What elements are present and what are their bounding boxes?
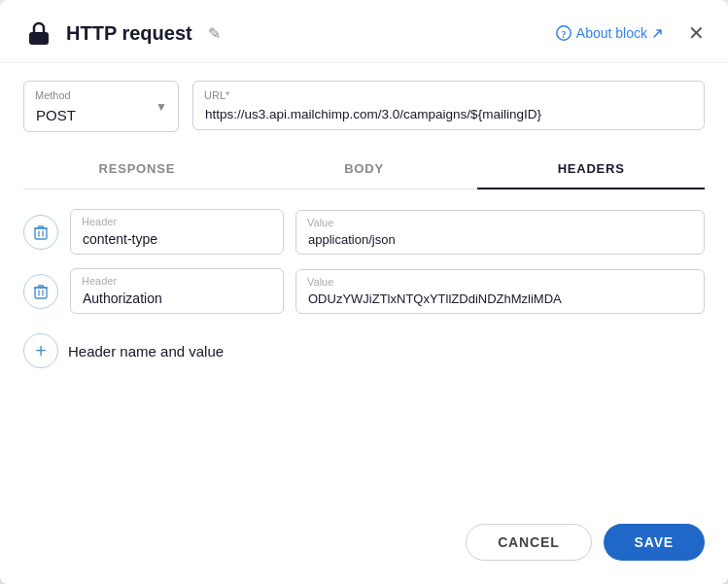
- url-input[interactable]: [192, 81, 705, 130]
- add-header-row[interactable]: + Header name and value: [23, 333, 705, 368]
- method-select[interactable]: POST GET PUT PATCH DELETE: [23, 81, 179, 132]
- tab-response[interactable]: RESPONSE: [23, 150, 251, 189]
- save-button[interactable]: SAVE: [604, 524, 705, 561]
- modal-title: HTTP request: [66, 22, 192, 45]
- header-1-name-field: Header: [70, 209, 284, 255]
- delete-header-1-button[interactable]: [23, 215, 58, 250]
- trash-icon: [34, 284, 48, 299]
- tabs: RESPONSE BODY HEADERS: [23, 150, 705, 189]
- add-header-label: Header name and value: [68, 343, 224, 360]
- svg-text:?: ?: [561, 29, 566, 40]
- header-1-value-field: Value: [295, 210, 705, 255]
- cancel-button[interactable]: CANCEL: [466, 524, 591, 561]
- close-button[interactable]: ✕: [688, 23, 705, 43]
- table-row: Header Value: [23, 268, 705, 314]
- tab-body[interactable]: BODY: [251, 150, 478, 189]
- svg-rect-0: [29, 32, 49, 45]
- header-2-value-field: Value: [295, 269, 705, 314]
- lock-icon: [23, 17, 54, 49]
- http-request-modal: HTTP request ✎ ? About block ✕ Method: [0, 0, 728, 584]
- edit-icon[interactable]: ✎: [208, 24, 221, 43]
- about-block-label: About block: [576, 25, 647, 41]
- trash-icon: [34, 224, 48, 240]
- modal-title-group: HTTP request ✎: [23, 17, 221, 49]
- header-2-name-field: Header: [70, 268, 284, 314]
- method-field: Method POST GET PUT PATCH DELETE ▼: [23, 81, 179, 132]
- help-circle-icon: ?: [556, 25, 572, 41]
- external-link-icon: [652, 28, 663, 39]
- url-field: URL*: [192, 81, 705, 132]
- table-row: Header Value: [23, 209, 705, 255]
- svg-rect-4: [35, 288, 47, 298]
- svg-rect-3: [35, 228, 47, 239]
- header-2-value-input[interactable]: [295, 269, 705, 314]
- modal-body: Method POST GET PUT PATCH DELETE ▼ URL* …: [0, 63, 728, 500]
- header-2-name-input[interactable]: [70, 268, 284, 314]
- tab-headers[interactable]: HEADERS: [477, 150, 705, 189]
- delete-header-2-button[interactable]: [23, 274, 58, 309]
- header-1-name-input[interactable]: [70, 209, 284, 255]
- modal-header: HTTP request ✎ ? About block ✕: [0, 0, 728, 63]
- add-header-button[interactable]: +: [23, 333, 58, 368]
- top-row: Method POST GET PUT PATCH DELETE ▼ URL*: [23, 81, 705, 132]
- header-1-value-input[interactable]: [295, 210, 705, 255]
- about-block-link[interactable]: ? About block: [556, 25, 663, 41]
- modal-footer: CANCEL SAVE: [0, 500, 728, 584]
- header-rows: Header Value: [23, 209, 705, 314]
